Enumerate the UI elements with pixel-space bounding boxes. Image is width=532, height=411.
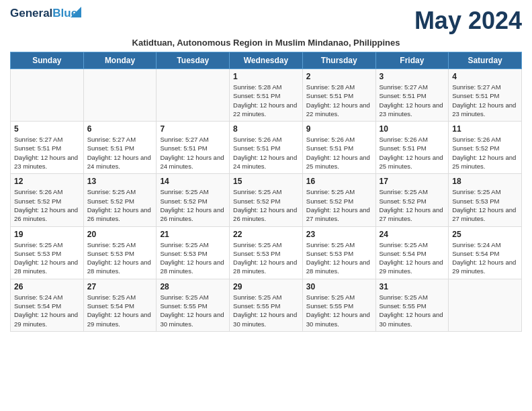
day-number: 3	[380, 72, 445, 81]
calendar-cell: 30Sunrise: 5:25 AM Sunset: 5:55 PM Dayli…	[302, 279, 375, 331]
col-thursday: Thursday	[302, 52, 375, 69]
day-number: 16	[306, 177, 372, 186]
cell-info: Sunrise: 5:24 AM Sunset: 5:54 PM Dayligh…	[452, 240, 518, 276]
day-number: 7	[160, 124, 226, 134]
calendar-cell: 24Sunrise: 5:25 AM Sunset: 5:54 PM Dayli…	[375, 226, 449, 279]
day-number: 8	[233, 124, 299, 134]
day-number: 26	[14, 282, 80, 291]
day-number: 23	[306, 230, 372, 239]
calendar-cell: 7Sunrise: 5:27 AM Sunset: 5:51 PM Daylig…	[157, 122, 230, 174]
calendar-cell: 4Sunrise: 5:27 AM Sunset: 5:51 PM Daylig…	[449, 69, 522, 122]
cell-info: Sunrise: 5:28 AM Sunset: 5:51 PM Dayligh…	[306, 83, 372, 118]
calendar-week-row: 1Sunrise: 5:28 AM Sunset: 5:51 PM Daylig…	[11, 69, 522, 122]
col-tuesday: Tuesday	[157, 52, 230, 69]
calendar-cell: 21Sunrise: 5:25 AM Sunset: 5:53 PM Dayli…	[157, 226, 230, 279]
day-number: 25	[452, 230, 518, 239]
day-number: 11	[452, 124, 518, 134]
col-saturday: Saturday	[449, 52, 522, 69]
day-number: 31	[380, 282, 445, 291]
day-number: 28	[160, 282, 226, 291]
day-number: 9	[306, 124, 372, 134]
calendar-cell: 27Sunrise: 5:25 AM Sunset: 5:54 PM Dayli…	[83, 279, 157, 331]
calendar-cell: 19Sunrise: 5:25 AM Sunset: 5:53 PM Dayli…	[11, 226, 84, 279]
col-sunday: Sunday	[11, 52, 84, 69]
day-number: 14	[160, 177, 226, 186]
calendar-cell: 12Sunrise: 5:26 AM Sunset: 5:52 PM Dayli…	[11, 174, 84, 226]
cell-info: Sunrise: 5:28 AM Sunset: 5:51 PM Dayligh…	[233, 83, 299, 118]
cell-info: Sunrise: 5:25 AM Sunset: 5:52 PM Dayligh…	[87, 187, 153, 223]
cell-info: Sunrise: 5:25 AM Sunset: 5:53 PM Dayligh…	[160, 240, 226, 276]
cell-info: Sunrise: 5:25 AM Sunset: 5:54 PM Dayligh…	[87, 293, 153, 328]
day-number: 18	[452, 177, 518, 186]
cell-info: Sunrise: 5:25 AM Sunset: 5:55 PM Dayligh…	[233, 293, 299, 328]
page: GeneralBlue May 2024 Katidtuan, Autonomo…	[0, 0, 532, 338]
logo-triangle-icon	[71, 7, 81, 17]
cell-info: Sunrise: 5:25 AM Sunset: 5:53 PM Dayligh…	[452, 187, 518, 223]
day-number: 17	[380, 177, 445, 186]
calendar-cell: 20Sunrise: 5:25 AM Sunset: 5:53 PM Dayli…	[83, 226, 157, 279]
calendar-table: Sunday Monday Tuesday Wednesday Thursday…	[10, 52, 522, 332]
calendar-week-row: 12Sunrise: 5:26 AM Sunset: 5:52 PM Dayli…	[11, 174, 522, 226]
day-number: 24	[380, 230, 445, 239]
calendar-header-row: Sunday Monday Tuesday Wednesday Thursday…	[11, 52, 522, 69]
calendar-cell: 6Sunrise: 5:27 AM Sunset: 5:51 PM Daylig…	[83, 122, 157, 174]
col-friday: Friday	[375, 52, 449, 69]
calendar-cell: 17Sunrise: 5:25 AM Sunset: 5:52 PM Dayli…	[375, 174, 449, 226]
day-number: 10	[380, 124, 445, 134]
calendar-cell: 5Sunrise: 5:27 AM Sunset: 5:51 PM Daylig…	[11, 122, 84, 174]
logo: GeneralBlue	[10, 7, 77, 20]
calendar-cell: 22Sunrise: 5:25 AM Sunset: 5:53 PM Dayli…	[230, 226, 303, 279]
cell-info: Sunrise: 5:25 AM Sunset: 5:54 PM Dayligh…	[380, 240, 445, 276]
calendar-cell: 10Sunrise: 5:26 AM Sunset: 5:51 PM Dayli…	[375, 122, 449, 174]
cell-info: Sunrise: 5:25 AM Sunset: 5:53 PM Dayligh…	[14, 240, 80, 276]
cell-info: Sunrise: 5:24 AM Sunset: 5:54 PM Dayligh…	[14, 293, 80, 328]
cell-info: Sunrise: 5:26 AM Sunset: 5:51 PM Dayligh…	[380, 135, 445, 171]
cell-info: Sunrise: 5:25 AM Sunset: 5:52 PM Dayligh…	[380, 187, 445, 223]
cell-info: Sunrise: 5:27 AM Sunset: 5:51 PM Dayligh…	[380, 83, 445, 118]
day-number: 29	[233, 282, 299, 291]
day-number: 22	[233, 230, 299, 239]
day-number: 21	[160, 230, 226, 239]
calendar-cell: 29Sunrise: 5:25 AM Sunset: 5:55 PM Dayli…	[230, 279, 303, 331]
cell-info: Sunrise: 5:25 AM Sunset: 5:52 PM Dayligh…	[160, 187, 226, 223]
header: GeneralBlue May 2024	[10, 7, 522, 35]
calendar-cell: 13Sunrise: 5:25 AM Sunset: 5:52 PM Dayli…	[83, 174, 157, 226]
month-title: May 2024	[414, 7, 522, 35]
calendar-cell: 1Sunrise: 5:28 AM Sunset: 5:51 PM Daylig…	[230, 69, 303, 122]
day-number: 19	[14, 230, 80, 239]
cell-info: Sunrise: 5:27 AM Sunset: 5:51 PM Dayligh…	[14, 135, 80, 171]
calendar-cell: 3Sunrise: 5:27 AM Sunset: 5:51 PM Daylig…	[375, 69, 449, 122]
day-number: 20	[87, 230, 153, 239]
cell-info: Sunrise: 5:26 AM Sunset: 5:51 PM Dayligh…	[306, 135, 372, 171]
calendar-cell: 28Sunrise: 5:25 AM Sunset: 5:55 PM Dayli…	[157, 279, 230, 331]
calendar-cell: 23Sunrise: 5:25 AM Sunset: 5:53 PM Dayli…	[302, 226, 375, 279]
cell-info: Sunrise: 5:25 AM Sunset: 5:53 PM Dayligh…	[233, 240, 299, 276]
cell-info: Sunrise: 5:25 AM Sunset: 5:53 PM Dayligh…	[306, 240, 372, 276]
calendar-cell: 18Sunrise: 5:25 AM Sunset: 5:53 PM Dayli…	[449, 174, 522, 226]
calendar-cell: 11Sunrise: 5:26 AM Sunset: 5:52 PM Dayli…	[449, 122, 522, 174]
cell-info: Sunrise: 5:25 AM Sunset: 5:52 PM Dayligh…	[306, 187, 372, 223]
calendar-cell: 26Sunrise: 5:24 AM Sunset: 5:54 PM Dayli…	[11, 279, 84, 331]
col-wednesday: Wednesday	[230, 52, 303, 69]
logo-general: General	[10, 7, 52, 19]
calendar-cell: 25Sunrise: 5:24 AM Sunset: 5:54 PM Dayli…	[449, 226, 522, 279]
day-number: 12	[14, 177, 80, 186]
cell-info: Sunrise: 5:25 AM Sunset: 5:53 PM Dayligh…	[87, 240, 153, 276]
cell-info: Sunrise: 5:27 AM Sunset: 5:51 PM Dayligh…	[87, 135, 153, 171]
calendar-cell: 9Sunrise: 5:26 AM Sunset: 5:51 PM Daylig…	[302, 122, 375, 174]
day-number: 30	[306, 282, 372, 291]
day-number: 15	[233, 177, 299, 186]
subtitle: Katidtuan, Autonomous Region in Muslim M…	[10, 38, 522, 48]
day-number: 5	[14, 124, 80, 134]
cell-info: Sunrise: 5:27 AM Sunset: 5:51 PM Dayligh…	[452, 83, 518, 118]
cell-info: Sunrise: 5:26 AM Sunset: 5:51 PM Dayligh…	[233, 135, 299, 171]
day-number: 2	[306, 72, 372, 81]
calendar-week-row: 5Sunrise: 5:27 AM Sunset: 5:51 PM Daylig…	[11, 122, 522, 174]
cell-info: Sunrise: 5:25 AM Sunset: 5:55 PM Dayligh…	[380, 293, 445, 328]
calendar-cell: 31Sunrise: 5:25 AM Sunset: 5:55 PM Dayli…	[375, 279, 449, 331]
calendar-cell: 16Sunrise: 5:25 AM Sunset: 5:52 PM Dayli…	[302, 174, 375, 226]
col-monday: Monday	[83, 52, 157, 69]
cell-info: Sunrise: 5:25 AM Sunset: 5:52 PM Dayligh…	[233, 187, 299, 223]
day-number: 4	[452, 72, 518, 81]
calendar-cell	[11, 69, 84, 122]
